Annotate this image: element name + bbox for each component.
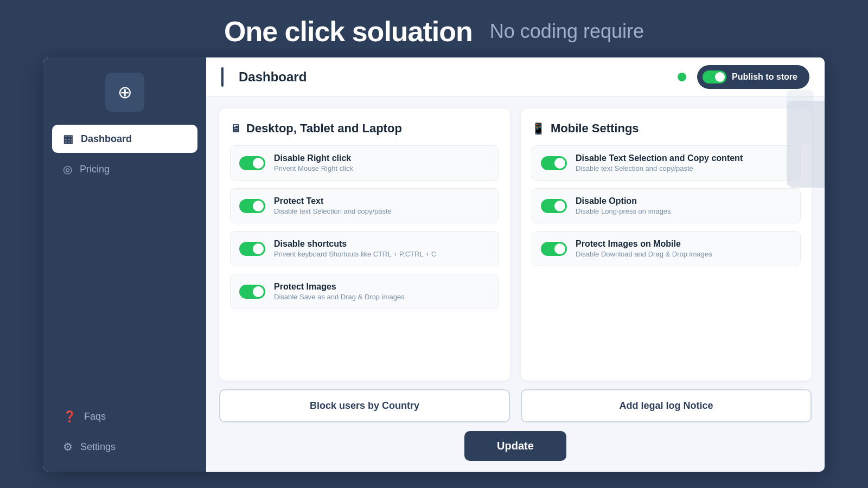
desktop-panel-title: 🖥 Desktop, Tablet and Laptop bbox=[230, 121, 499, 136]
disable-text-selection-row[interactable]: Disable Text Selection and Copy content … bbox=[532, 145, 801, 181]
protect-text-toggle[interactable] bbox=[239, 199, 265, 213]
disable-right-click-row[interactable]: Disable Right click Privent Mouse Right … bbox=[230, 145, 499, 181]
dashboard-icon: ▦ bbox=[63, 132, 73, 145]
protect-images-mobile-row[interactable]: Protect Images on Mobile Disable Downloa… bbox=[532, 231, 801, 266]
panels-row: 🖥 Desktop, Tablet and Laptop Disable Rig… bbox=[219, 108, 812, 381]
disable-text-selection-text: Disable Text Selection and Copy content … bbox=[576, 153, 743, 172]
disable-shortcuts-desc: Privent keyboard Shortcuts like CTRL + P… bbox=[274, 250, 436, 258]
hero-title: One click soluation bbox=[224, 15, 473, 48]
protect-images-toggle[interactable] bbox=[239, 285, 265, 299]
sidebar-item-faqs[interactable]: ❓ Faqs bbox=[52, 402, 197, 431]
update-button[interactable]: Update bbox=[464, 431, 566, 461]
logo-box: ⊕ bbox=[105, 73, 144, 112]
status-dot bbox=[678, 73, 686, 81]
disable-right-click-desc: Privent Mouse Right click bbox=[274, 164, 353, 172]
update-row: Update bbox=[219, 431, 812, 463]
sidebar-nav: ▦ Dashboard ◎ Pricing bbox=[43, 125, 206, 402]
protect-text-desc: Disable text Selection and copy/paste bbox=[274, 207, 392, 215]
disable-option-text: Disable Option Disable Long-press on ima… bbox=[576, 196, 671, 215]
logo-icon: ⊕ bbox=[118, 82, 132, 102]
disable-text-selection-toggle[interactable] bbox=[541, 156, 567, 170]
protect-text-row[interactable]: Protect Text Disable text Selection and … bbox=[230, 188, 499, 223]
desktop-panel-title-text: Desktop, Tablet and Laptop bbox=[246, 121, 402, 136]
block-users-button[interactable]: Block users by Country bbox=[219, 389, 510, 422]
protect-images-mobile-text: Protect Images on Mobile Disable Downloa… bbox=[576, 239, 712, 258]
action-row: Block users by Country Add legal log Not… bbox=[219, 389, 812, 422]
disable-option-desc: Disable Long-press on images bbox=[576, 207, 671, 215]
disable-option-toggle[interactable] bbox=[541, 199, 567, 213]
mobile-panel-title: 📱 Mobile Settings bbox=[532, 121, 801, 136]
disable-right-click-text: Disable Right click Privent Mouse Right … bbox=[274, 153, 353, 172]
disable-text-selection-label: Disable Text Selection and Copy content bbox=[576, 153, 743, 163]
disable-option-row[interactable]: Disable Option Disable Long-press on ima… bbox=[532, 188, 801, 223]
dashboard-body: 🖥 Desktop, Tablet and Laptop Disable Rig… bbox=[206, 97, 825, 472]
sidebar-bottom: ❓ Faqs ⚙ Settings bbox=[43, 402, 206, 461]
sidebar-logo: ⊕ bbox=[43, 57, 206, 125]
protect-images-label: Protect Images bbox=[274, 282, 405, 292]
protect-images-mobile-desc: Disable Download and Drag & Drop images bbox=[576, 250, 712, 258]
mobile-icon: 📱 bbox=[532, 122, 545, 135]
hero-section: One click soluation No coding require bbox=[0, 0, 868, 57]
protect-images-text: Protect Images Disable Save as and Drag … bbox=[274, 282, 405, 301]
disable-option-label: Disable Option bbox=[576, 196, 671, 206]
protect-images-mobile-label: Protect Images on Mobile bbox=[576, 239, 712, 249]
sidebar-item-faqs-label: Faqs bbox=[84, 411, 106, 422]
disable-text-selection-desc: Disable text Selection and copy/paste bbox=[576, 164, 743, 172]
protect-text-text: Protect Text Disable text Selection and … bbox=[274, 196, 392, 215]
sidebar-item-settings[interactable]: ⚙ Settings bbox=[52, 433, 197, 461]
pricing-icon: ◎ bbox=[63, 163, 72, 176]
disable-right-click-label: Disable Right click bbox=[274, 153, 353, 163]
hero-subtitle: No coding require bbox=[490, 20, 644, 43]
faqs-icon: ❓ bbox=[63, 410, 76, 423]
sidebar-item-pricing-label: Pricing bbox=[80, 164, 110, 175]
app-window: ⊕ ▦ Dashboard ◎ Pricing ❓ Faqs ⚙ Setting… bbox=[43, 57, 825, 472]
corner-decoration-2 bbox=[787, 90, 814, 144]
disable-right-click-toggle[interactable] bbox=[239, 156, 265, 170]
desktop-icon: 🖥 bbox=[230, 123, 241, 135]
desktop-panel: 🖥 Desktop, Tablet and Laptop Disable Rig… bbox=[219, 108, 510, 381]
sidebar-item-dashboard[interactable]: ▦ Dashboard bbox=[52, 125, 197, 153]
publish-toggle-pill bbox=[703, 70, 726, 84]
protect-text-label: Protect Text bbox=[274, 196, 392, 206]
protect-images-row[interactable]: Protect Images Disable Save as and Drag … bbox=[230, 274, 499, 309]
disable-shortcuts-text: Disable shortcuts Privent keyboard Short… bbox=[274, 239, 436, 258]
protect-images-mobile-toggle[interactable] bbox=[541, 242, 567, 256]
legal-notice-button[interactable]: Add legal log Notice bbox=[521, 389, 812, 422]
sidebar: ⊕ ▦ Dashboard ◎ Pricing ❓ Faqs ⚙ Setting… bbox=[43, 57, 206, 472]
sidebar-item-dashboard-label: Dashboard bbox=[81, 133, 132, 145]
settings-icon: ⚙ bbox=[63, 440, 73, 453]
header-title: Dashboard bbox=[239, 69, 667, 85]
main-header: Dashboard Publish to store bbox=[206, 57, 825, 97]
main-content: Dashboard Publish to store 🖥 Desktop, Ta… bbox=[206, 57, 825, 472]
disable-shortcuts-label: Disable shortcuts bbox=[274, 239, 436, 249]
header-accent bbox=[221, 67, 224, 87]
protect-images-desc: Disable Save as and Drag & Drop images bbox=[274, 293, 405, 301]
disable-shortcuts-toggle[interactable] bbox=[239, 242, 265, 256]
publish-to-store-button[interactable]: Publish to store bbox=[697, 65, 809, 89]
disable-shortcuts-row[interactable]: Disable shortcuts Privent keyboard Short… bbox=[230, 231, 499, 266]
publish-label: Publish to store bbox=[732, 72, 797, 82]
mobile-panel: 📱 Mobile Settings Disable Text Selection… bbox=[521, 108, 812, 381]
sidebar-item-pricing[interactable]: ◎ Pricing bbox=[52, 155, 197, 183]
sidebar-item-settings-label: Settings bbox=[80, 441, 116, 453]
mobile-panel-title-text: Mobile Settings bbox=[551, 121, 639, 136]
